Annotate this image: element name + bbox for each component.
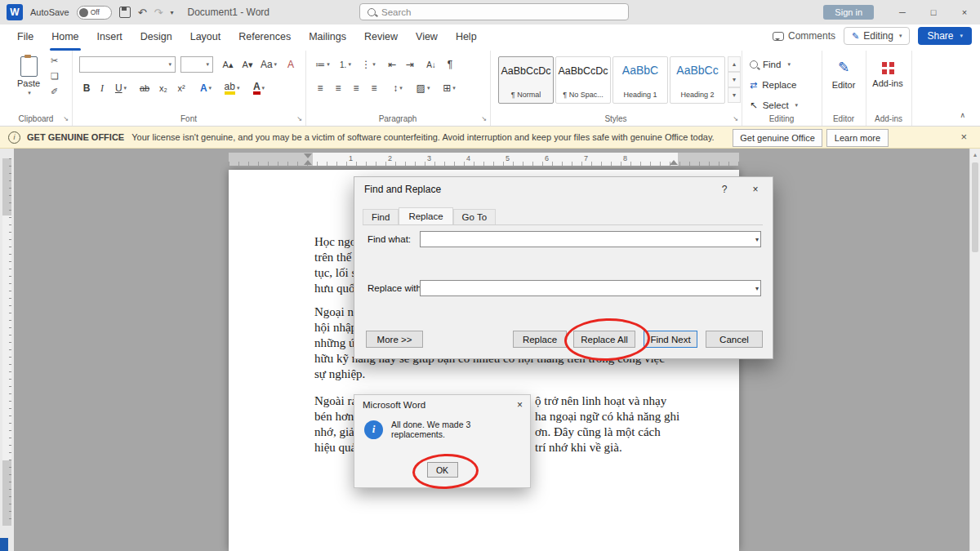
styles-dialog-launcher-icon[interactable]: ↘	[733, 115, 738, 122]
italic-button[interactable]: I	[96, 80, 109, 96]
borders-button[interactable]: ⊞▾	[438, 80, 461, 96]
align-left-icon[interactable]: ≡	[312, 80, 328, 96]
hanging-indent-marker[interactable]	[304, 156, 312, 165]
bold-button[interactable]: B	[79, 80, 94, 96]
multilevel-list-button[interactable]: ⋮▾	[358, 56, 379, 73]
get-genuine-office-button[interactable]: Get genuine Office	[733, 129, 822, 147]
find-what-input[interactable]: ▾	[420, 231, 761, 247]
quick-access-caret-icon[interactable]: ▾	[171, 9, 174, 16]
tab-insert[interactable]: Insert	[88, 24, 131, 51]
find-button[interactable]: Find ▾	[750, 57, 791, 72]
collapse-ribbon-icon[interactable]: ∧	[960, 111, 965, 119]
close-button[interactable]: ×	[949, 0, 980, 24]
styles-group-label: Styles	[490, 114, 742, 123]
style-normal[interactable]: AaBbCcDc ¶ Normal	[498, 56, 554, 104]
maximize-button[interactable]: □	[918, 0, 949, 24]
paragraph-dialog-launcher-icon[interactable]: ↘	[481, 115, 487, 122]
vertical-scrollbar[interactable]: ▴	[969, 149, 980, 551]
grow-font-icon[interactable]: A▴	[219, 56, 237, 73]
find-next-button[interactable]: Find Next	[644, 331, 697, 348]
decrease-indent-icon[interactable]: ⇤	[384, 56, 400, 73]
learn-more-button[interactable]: Learn more	[826, 129, 889, 147]
cut-icon[interactable]: ✂	[51, 56, 59, 66]
word-logo-icon[interactable]: W	[7, 4, 23, 20]
dialog-tab-find[interactable]: Find	[363, 209, 399, 224]
add-ins-button[interactable]: Add-ins	[869, 56, 906, 106]
sign-in-button[interactable]: Sign in	[823, 5, 874, 20]
share-button[interactable]: Share ▾	[918, 27, 972, 45]
paste-button[interactable]: Paste ▾	[10, 55, 47, 107]
select-button[interactable]: ↖ Select ▾	[750, 98, 798, 113]
replace-button[interactable]: ⇄ Replace	[750, 78, 796, 92]
more-button[interactable]: More >>	[366, 331, 423, 348]
minimize-button[interactable]: ─	[887, 0, 918, 24]
sort-icon[interactable]: A↓	[421, 56, 441, 73]
change-case-button[interactable]: Aa▾	[258, 56, 279, 73]
numbering-button[interactable]: 1.▾	[335, 56, 356, 73]
tab-file[interactable]: File	[8, 24, 42, 51]
redo-icon[interactable]: ↷	[154, 7, 163, 19]
multilevel-list-icon: ⋮	[361, 59, 371, 70]
shading-button[interactable]: ▨▾	[412, 80, 434, 96]
copy-icon[interactable]: ❏	[51, 71, 59, 82]
tab-review[interactable]: Review	[355, 24, 407, 51]
autosave-toggle[interactable]: Off	[77, 6, 112, 20]
superscript-icon[interactable]: x²	[173, 80, 189, 96]
font-color-button[interactable]: A▾	[247, 80, 270, 96]
message-box-close-icon[interactable]: ×	[517, 399, 523, 411]
tab-design[interactable]: Design	[131, 24, 181, 51]
font-dialog-launcher-icon[interactable]: ↘	[296, 115, 302, 122]
right-indent-marker[interactable]	[670, 156, 678, 165]
chevron-down-icon[interactable]: ▾	[755, 232, 759, 247]
document-title: Document1 - Word	[188, 7, 270, 18]
dialog-tab-go-to[interactable]: Go To	[453, 209, 496, 224]
clipboard-dialog-launcher-icon[interactable]: ↘	[63, 115, 69, 122]
shrink-font-icon[interactable]: A▾	[238, 56, 256, 73]
font-size-select[interactable]: ▾	[180, 56, 213, 73]
tab-mailings[interactable]: Mailings	[300, 24, 355, 51]
dialog-help-icon[interactable]: ?	[712, 180, 737, 198]
banner-close-icon[interactable]: ×	[960, 131, 967, 143]
style-no-spacing[interactable]: AaBbCcDc ¶ No Spac...	[555, 56, 611, 104]
highlight-button[interactable]: ab▾	[220, 80, 244, 96]
comments-button[interactable]: Comments	[773, 30, 835, 42]
save-icon[interactable]	[119, 7, 131, 18]
format-painter-icon[interactable]: ✐	[51, 87, 59, 97]
styles-more-icon[interactable]: ▾	[728, 87, 741, 103]
tab-view[interactable]: View	[407, 24, 447, 51]
editor-button[interactable]: ✎ Editor	[825, 56, 862, 106]
increase-indent-icon[interactable]: ⇥	[402, 56, 418, 73]
toggle-knob-icon	[79, 8, 88, 17]
tab-references[interactable]: References	[229, 24, 300, 51]
font-name-select[interactable]: ▾	[79, 56, 176, 73]
style-heading-1[interactable]: AaBbC Heading 1	[612, 56, 668, 104]
show-formatting-marks-icon[interactable]: ¶	[443, 56, 457, 73]
replace-button-dialog[interactable]: Replace	[513, 331, 567, 348]
tab-layout[interactable]: Layout	[181, 24, 230, 51]
styles-scroll-up-icon[interactable]: ▴	[728, 56, 741, 72]
dialog-close-icon[interactable]: ×	[743, 180, 768, 198]
align-right-icon[interactable]: ≡	[348, 80, 364, 96]
chevron-down-icon[interactable]: ▾	[755, 281, 759, 295]
editing-mode-button[interactable]: ✎ Editing ▾	[844, 27, 910, 45]
underline-button[interactable]: U▾	[110, 80, 131, 96]
strikethrough-icon[interactable]: ab	[136, 80, 154, 96]
justify-icon[interactable]: ≡	[366, 80, 382, 96]
tab-help[interactable]: Help	[447, 24, 486, 51]
cancel-button[interactable]: Cancel	[706, 331, 763, 348]
styles-scroll-down-icon[interactable]: ▾	[728, 72, 741, 87]
style-heading-2[interactable]: AaBbCc Heading 2	[670, 56, 725, 104]
undo-icon[interactable]: ↶	[138, 7, 147, 19]
replace-with-input[interactable]: ▾	[420, 280, 761, 296]
bullets-button[interactable]: ≔▾	[312, 56, 333, 73]
clear-formatting-icon[interactable]: A	[283, 56, 299, 73]
scrollbar-thumb[interactable]	[972, 162, 978, 252]
text-effects-button[interactable]: A▾	[195, 80, 216, 96]
align-center-icon[interactable]: ≡	[330, 80, 346, 96]
line-spacing-button[interactable]: ↕▾	[387, 80, 408, 96]
search-input[interactable]: Search	[359, 3, 629, 20]
subscript-icon[interactable]: x₂	[155, 80, 172, 96]
scroll-up-icon[interactable]: ▴	[970, 151, 980, 158]
tab-home[interactable]: Home	[42, 24, 87, 51]
dialog-tab-replace[interactable]: Replace	[399, 207, 452, 224]
